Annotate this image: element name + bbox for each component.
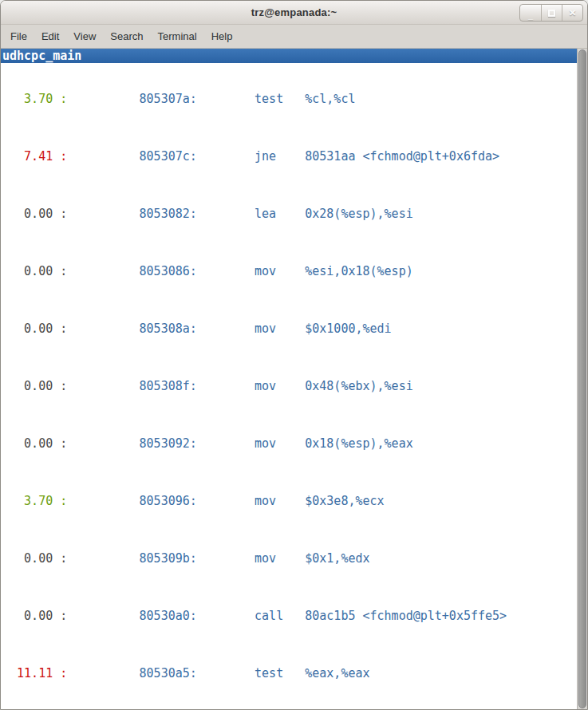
instruction-operands: $0x3e8,%ecx: [305, 494, 384, 508]
scrollbar-thumb[interactable]: [578, 49, 586, 708]
instruction-mnemonic: mov: [255, 264, 305, 278]
asm-row: 0.00 :8053086:mov%esi,0x18(%esp): [2, 264, 577, 278]
instruction-operands: 80531aa <fchmod@plt+0x6fda>: [305, 149, 499, 164]
instruction-address: 8053082:: [140, 207, 255, 221]
instruction-address: 805308f:: [140, 379, 255, 393]
close-icon: ✕: [569, 8, 576, 18]
menu-terminal[interactable]: Terminal: [151, 26, 204, 46]
perf-annotate-view: udhcpc_main 3.70 :805307a:test%cl,%cl 7.…: [1, 49, 577, 709]
instruction-mnemonic: jne: [255, 149, 305, 164]
terminal-area: udhcpc_main 3.70 :805307a:test%cl,%cl 7.…: [1, 49, 587, 709]
percent-separator: :: [53, 92, 139, 106]
asm-row: 11.11 :80530a5:test%eax,%eax: [2, 666, 577, 680]
instruction-address: 805307a:: [140, 92, 255, 106]
instruction-mnemonic: lea: [255, 207, 305, 221]
percent-separator: :: [53, 666, 139, 680]
instruction-mnemonic: mov: [255, 551, 305, 566]
percent-value: 0.00: [2, 551, 53, 566]
instruction-operands: %eax,%eax: [305, 666, 369, 680]
maximize-button[interactable]: [541, 5, 562, 21]
percent-separator: :: [53, 609, 139, 623]
asm-listing: 3.70 :805307a:test%cl,%cl 7.41 :805307c:…: [2, 63, 577, 709]
instruction-operands: 0x18(%esp),%eax: [305, 436, 412, 451]
percent-value: 11.11: [2, 666, 53, 680]
instruction-address: 805307c:: [140, 149, 255, 164]
menu-edit[interactable]: Edit: [34, 26, 66, 46]
instruction-address: 805309b:: [140, 551, 255, 566]
instruction-address: 80530a0:: [140, 609, 255, 623]
instruction-operands: %cl,%cl: [305, 92, 355, 106]
maximize-icon: [548, 10, 555, 17]
percent-value: 0.00: [2, 436, 53, 451]
asm-row: 0.00 :805308a:mov$0x1000,%edi: [2, 321, 577, 336]
percent-separator: :: [53, 551, 139, 566]
menu-bar: File Edit View Search Terminal Help: [1, 25, 587, 49]
instruction-operands: 0x28(%esp),%esi: [305, 207, 412, 221]
instruction-mnemonic: test: [255, 666, 305, 680]
percent-separator: :: [53, 379, 139, 393]
window-controls: _ ✕: [519, 4, 583, 22]
percent-value: 0.00: [2, 321, 53, 336]
instruction-mnemonic: mov: [255, 494, 305, 508]
terminal-window: trz@empanada:~ _ ✕ File Edit View Search…: [0, 0, 588, 710]
instruction-address: 8053092:: [140, 436, 255, 451]
percent-value: 7.41: [2, 149, 53, 164]
instruction-address: 8053096:: [140, 494, 255, 508]
window-title: trz@empanada:~: [251, 6, 337, 18]
percent-value: 0.00: [2, 379, 53, 393]
asm-row: 0.00 :8053092:mov0x18(%esp),%eax: [2, 436, 577, 451]
menu-search[interactable]: Search: [103, 26, 150, 46]
instruction-operands: 80ac1b5 <fchmod@plt+0x5ffe5>: [305, 609, 507, 623]
instruction-address: 80530a5:: [140, 666, 255, 680]
asm-row: 0.00 :80530a0:call80ac1b5 <fchmod@plt+0x…: [2, 609, 577, 623]
percent-separator: :: [53, 207, 139, 221]
scrollbar[interactable]: [577, 49, 587, 709]
instruction-address: 805308a:: [140, 321, 255, 336]
menu-help[interactable]: Help: [204, 26, 240, 46]
instruction-address: 8053086:: [140, 264, 255, 278]
instruction-operands: %esi,0x18(%esp): [305, 264, 412, 278]
instruction-mnemonic: call: [255, 609, 305, 623]
asm-row: 7.41 :805307c:jne80531aa <fchmod@plt+0x6…: [2, 149, 577, 164]
close-button[interactable]: ✕: [562, 5, 582, 21]
menu-file[interactable]: File: [3, 26, 34, 46]
percent-separator: :: [53, 494, 139, 508]
instruction-operands: $0x1,%edx: [305, 551, 369, 566]
instruction-mnemonic: test: [255, 92, 305, 106]
percent-separator: :: [53, 321, 139, 336]
percent-value: 0.00: [2, 264, 53, 278]
instruction-mnemonic: mov: [255, 379, 305, 393]
minimize-icon: _: [528, 10, 533, 20]
instruction-mnemonic: mov: [255, 436, 305, 451]
percent-value: 0.00: [2, 609, 53, 623]
instruction-operands: $0x1000,%edi: [305, 321, 391, 336]
menu-view[interactable]: View: [66, 26, 103, 46]
asm-row: 3.70 :8053096:mov$0x3e8,%ecx: [2, 494, 577, 508]
instruction-mnemonic: mov: [255, 321, 305, 336]
percent-value: 3.70: [2, 92, 53, 106]
minimize-button[interactable]: _: [520, 5, 541, 21]
asm-row: 0.00 :805308f:mov0x48(%ebx),%esi: [2, 379, 577, 393]
percent-separator: :: [53, 149, 139, 164]
percent-value: 0.00: [2, 207, 53, 221]
asm-row: 0.00 :8053082:lea0x28(%esp),%esi: [2, 207, 577, 221]
percent-separator: :: [53, 436, 139, 451]
asm-row: 3.70 :805307a:test%cl,%cl: [2, 92, 577, 106]
percent-value: 3.70: [2, 494, 53, 508]
instruction-operands: 0x48(%ebx),%esi: [305, 379, 412, 393]
title-bar[interactable]: trz@empanada:~ _ ✕: [1, 1, 587, 25]
percent-separator: :: [53, 264, 139, 278]
symbol-header: udhcpc_main: [1, 49, 577, 63]
asm-row: 0.00 :805309b:mov$0x1,%edx: [2, 551, 577, 566]
